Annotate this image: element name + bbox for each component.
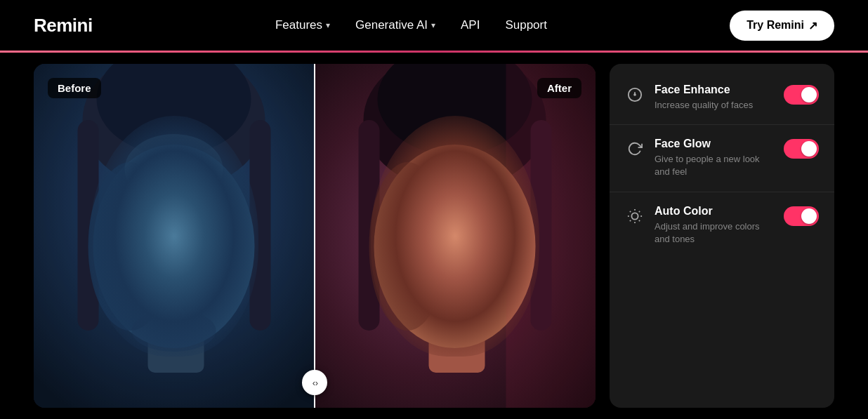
face-glow-icon xyxy=(625,139,645,159)
auto-color-icon xyxy=(625,206,645,226)
svg-point-7 xyxy=(93,145,255,348)
svg-point-39 xyxy=(631,213,638,219)
auto-color-title: Auto Color xyxy=(655,205,774,218)
svg-point-9 xyxy=(125,134,223,204)
feature-auto-color: Auto Color Adjust and improve colors and… xyxy=(610,192,834,258)
external-link-icon: ↗ xyxy=(808,19,817,32)
chevron-down-icon: ▾ xyxy=(326,20,330,30)
feature-face-glow: Face Glow Give to people a new look and … xyxy=(610,125,834,192)
before-face-image xyxy=(34,64,315,408)
svg-point-8 xyxy=(88,162,173,331)
nav-api[interactable]: API xyxy=(461,18,480,32)
svg-point-26 xyxy=(397,232,468,288)
svg-line-46 xyxy=(630,220,631,220)
features-panel: Face Enhance Increase quality of faces F… xyxy=(610,64,834,408)
after-label: After xyxy=(537,78,581,98)
face-enhance-title: Face Enhance xyxy=(655,84,774,96)
svg-point-28 xyxy=(369,162,447,331)
image-comparison-panel[interactable]: Before After ‹ › xyxy=(34,64,596,408)
comparison-divider xyxy=(314,64,315,408)
svg-rect-35 xyxy=(506,64,596,408)
face-enhance-icon xyxy=(625,85,645,105)
svg-point-25 xyxy=(374,145,536,348)
comparison-slider-handle[interactable]: ‹ › xyxy=(302,370,327,395)
nav-generative-ai[interactable]: Generative AI ▾ xyxy=(355,18,435,32)
svg-rect-24 xyxy=(429,302,485,373)
auto-color-desc: Adjust and improve colors and tones xyxy=(655,220,774,246)
svg-point-12 xyxy=(149,222,153,226)
face-glow-text: Face Glow Give to people a new look and … xyxy=(655,138,774,178)
nav-support[interactable]: Support xyxy=(505,18,547,32)
svg-point-29 xyxy=(418,219,443,232)
svg-point-27 xyxy=(413,148,497,260)
nav-features[interactable]: Features ▾ xyxy=(275,18,330,32)
chevron-down-icon: ▾ xyxy=(431,20,435,30)
face-glow-toggle[interactable] xyxy=(784,139,819,159)
svg-point-34 xyxy=(479,222,483,226)
slider-arrows-icon: ‹ › xyxy=(313,378,317,388)
svg-rect-22 xyxy=(359,120,380,331)
logo: Remini xyxy=(34,15,93,36)
svg-point-11 xyxy=(143,220,157,231)
face-enhance-toggle[interactable] xyxy=(784,85,819,105)
svg-point-15 xyxy=(198,222,202,226)
navigation: Remini Features ▾ Generative AI ▾ API Su… xyxy=(0,0,868,51)
face-enhance-desc: Increase quality of faces xyxy=(655,99,774,112)
before-side xyxy=(34,64,315,408)
svg-point-33 xyxy=(473,220,487,231)
svg-point-31 xyxy=(430,222,434,226)
after-side xyxy=(315,64,596,408)
svg-point-38 xyxy=(634,94,636,95)
before-face-svg xyxy=(34,64,315,408)
svg-line-43 xyxy=(639,220,640,220)
auto-color-toggle[interactable] xyxy=(784,206,819,226)
svg-line-42 xyxy=(630,211,631,211)
svg-point-14 xyxy=(192,220,206,231)
svg-line-47 xyxy=(639,211,640,211)
svg-point-32 xyxy=(467,219,492,232)
svg-point-30 xyxy=(423,220,438,231)
feature-face-enhance: Face Enhance Increase quality of faces xyxy=(610,71,834,125)
face-enhance-text: Face Enhance Increase quality of faces xyxy=(655,84,774,112)
after-face-svg xyxy=(315,64,596,408)
after-face-image xyxy=(315,64,596,408)
face-glow-title: Face Glow xyxy=(655,138,774,150)
svg-rect-17 xyxy=(34,64,315,408)
nav-links: Features ▾ Generative AI ▾ API Support xyxy=(275,18,547,32)
svg-point-10 xyxy=(137,219,162,232)
svg-point-16 xyxy=(132,310,216,352)
main-content: Before After ‹ › Face Enhance Increase q… xyxy=(0,53,868,419)
face-glow-desc: Give to people a new look and feel xyxy=(655,153,774,178)
before-label: Before xyxy=(48,78,101,98)
auto-color-text: Auto Color Adjust and improve colors and… xyxy=(655,205,774,246)
try-remini-button[interactable]: Try Remini ↗ xyxy=(730,11,834,41)
svg-point-13 xyxy=(186,219,211,232)
